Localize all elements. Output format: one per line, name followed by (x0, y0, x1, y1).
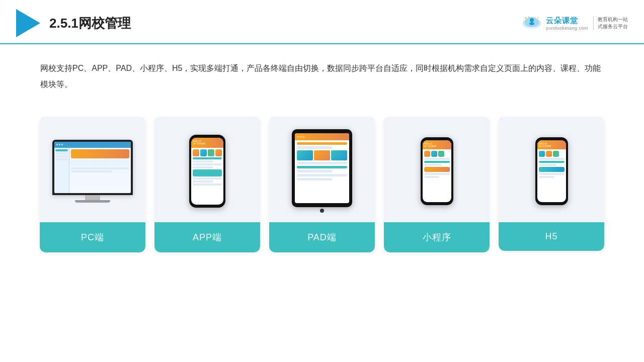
cloud-logo: 云朵课堂 yunduoketang.com 教育机构一站 式服务云平台 (521, 15, 628, 31)
card-app-label: APP端 (154, 222, 260, 252)
svg-point-7 (537, 17, 538, 18)
cloud-icon (521, 15, 543, 31)
h5-phone-icon: 职通人的第一堂判断课 (535, 137, 568, 205)
description-text: 网校支持PC、APP、PAD、小程序、H5，实现多端打通，产品各终端自由切换，数… (0, 44, 644, 98)
header-right: 云朵课堂 yunduoketang.com 教育机构一站 式服务云平台 (521, 15, 628, 31)
card-h5-label: H5 (499, 222, 604, 251)
svg-point-8 (528, 17, 529, 18)
svg-point-6 (525, 18, 526, 19)
brand-name: 云朵课堂 (546, 16, 578, 26)
card-miniprogram: 职通人的第一堂判断课 (384, 117, 490, 252)
pc-device-icon (52, 140, 133, 203)
pad-tablet-icon: 学习平台 (292, 129, 352, 213)
header: 2.5.1网校管理 云朵课堂 yunduoketang.com (0, 0, 644, 44)
card-h5-image: 职通人的第一堂判断课 (499, 117, 604, 222)
svg-point-4 (530, 18, 534, 22)
card-app-image: 职通人的第一堂判断课 (154, 117, 260, 222)
card-h5: 职通人的第一堂判断课 (499, 117, 604, 251)
brand-slogan: 教育机构一站 式服务云平台 (593, 16, 628, 30)
logo-triangle-icon (16, 9, 40, 37)
app-phone-icon: 职通人的第一堂判断课 (189, 135, 225, 208)
page-title: 2.5.1网校管理 (49, 15, 131, 32)
card-app: 职通人的第一堂判断课 (154, 117, 260, 252)
cards-container: PC端 职通人的第一堂判断课 (0, 103, 644, 262)
brand-text: 云朵课堂 yunduoketang.com (546, 16, 588, 31)
card-pc: PC端 (40, 117, 145, 252)
miniprogram-phone-icon: 职通人的第一堂判断课 (421, 137, 453, 205)
card-pad-image: 学习平台 (269, 117, 375, 222)
header-left: 2.5.1网校管理 (16, 9, 131, 37)
brand-url: yunduoketang.com (546, 26, 588, 31)
card-pc-image (40, 117, 145, 222)
card-miniprogram-image: 职通人的第一堂判断课 (384, 117, 490, 222)
svg-point-5 (529, 22, 534, 25)
card-pad: 学习平台 (269, 117, 375, 252)
card-pad-label: PAD端 (269, 222, 375, 252)
card-miniprogram-label: 小程序 (384, 222, 490, 252)
card-pc-label: PC端 (40, 222, 145, 252)
